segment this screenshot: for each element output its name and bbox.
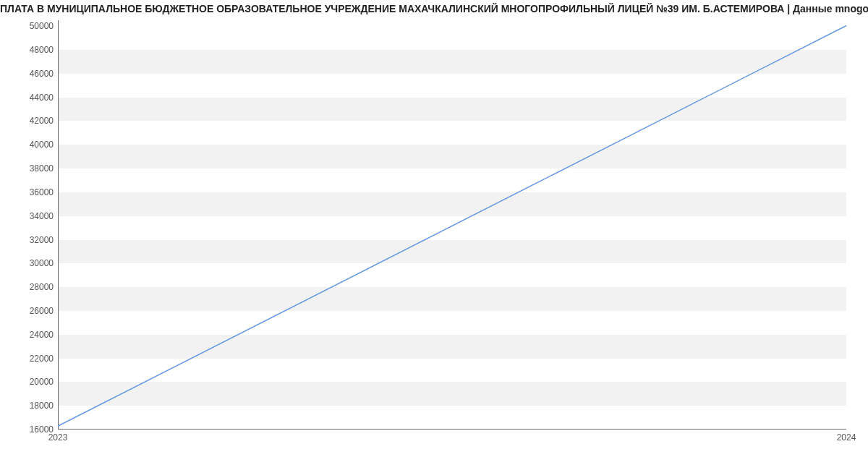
y-tick-label: 40000	[3, 140, 54, 150]
y-tick-label: 18000	[3, 401, 54, 411]
y-tick-label: 34000	[3, 211, 54, 221]
chart-container: ПЛАТА В МУНИЦИПАЛЬНОЕ БЮДЖЕТНОЕ ОБРАЗОВА…	[0, 0, 868, 470]
y-tick-label: 28000	[3, 282, 54, 292]
y-tick-label: 36000	[3, 187, 54, 197]
y-tick-label: 46000	[3, 69, 54, 79]
y-tick-label: 38000	[3, 163, 54, 174]
line-series	[58, 20, 846, 430]
y-tick-label: 48000	[3, 45, 54, 55]
y-tick-label: 22000	[3, 354, 54, 364]
y-tick-label: 42000	[3, 116, 54, 126]
y-tick-label: 24000	[3, 330, 54, 340]
y-tick-label: 20000	[3, 377, 54, 387]
chart-title: ПЛАТА В МУНИЦИПАЛЬНОЕ БЮДЖЕТНОЕ ОБРАЗОВА…	[0, 3, 868, 14]
y-tick-label: 50000	[3, 21, 54, 31]
y-tick-label: 32000	[3, 235, 54, 245]
x-tick-label: 2023	[48, 432, 68, 443]
y-tick-label: 44000	[3, 93, 54, 103]
y-tick-label: 26000	[3, 306, 54, 316]
y-tick-label: 30000	[3, 258, 54, 268]
y-tick-label: 16000	[3, 424, 54, 435]
data-line	[58, 26, 846, 427]
x-tick-label: 2024	[837, 432, 856, 443]
